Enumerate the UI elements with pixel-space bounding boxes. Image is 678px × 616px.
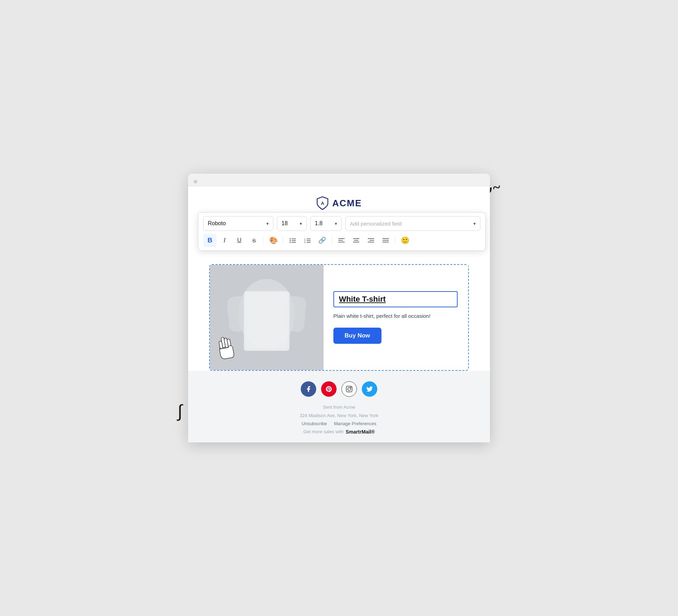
manage-preferences-link[interactable]: Manage Preferences bbox=[334, 421, 377, 426]
footer-address: 324 Madison Ave, New York, New York bbox=[195, 411, 483, 420]
toolbar-divider-4 bbox=[395, 236, 396, 245]
browser-dot bbox=[194, 180, 197, 183]
svg-text:A: A bbox=[321, 201, 324, 206]
emoji-button[interactable]: 🙂 bbox=[398, 234, 412, 247]
logo-wrapper: A ACME bbox=[316, 196, 362, 210]
svg-point-1 bbox=[290, 239, 291, 240]
product-info: White T-shirt Plain white t-shirt, perfe… bbox=[324, 265, 468, 370]
font-size-select[interactable]: 18 ▾ bbox=[277, 216, 307, 231]
footer-text: Sent from Acme 324 Madison Ave, New York… bbox=[195, 403, 483, 420]
page-wrapper: ~∿~ ∫ A ACME Home New Additions bbox=[188, 174, 490, 442]
font-size-arrow: ▾ bbox=[300, 221, 302, 226]
color-button[interactable]: 🎨 bbox=[267, 234, 280, 247]
line-height-arrow: ▾ bbox=[335, 221, 337, 226]
bullet-list-button[interactable] bbox=[286, 234, 299, 247]
numbered-list-button[interactable]: 1.2.3. bbox=[301, 234, 314, 247]
email-container: A ACME Home New Additions Clearance Abou… bbox=[188, 186, 490, 442]
svg-point-3 bbox=[290, 240, 291, 241]
browser-chrome bbox=[188, 174, 490, 186]
product-title-box: White T-shirt bbox=[333, 291, 458, 307]
squiggle-decoration-bottom: ∫ bbox=[178, 401, 182, 421]
line-height-value: 1.8 bbox=[315, 220, 323, 227]
selection-wrapper: Roboto ▾ 18 ▾ 1.8 ▾ Add personalized f bbox=[199, 236, 479, 371]
content-area: White T-shirt Plain white t-shirt, perfe… bbox=[210, 265, 468, 370]
underline-button[interactable]: U bbox=[233, 234, 246, 247]
smartrmail-brand: SmartrMail® bbox=[346, 429, 375, 435]
product-image bbox=[210, 265, 324, 370]
font-family-value: Roboto bbox=[208, 220, 226, 227]
toolbar-divider-1 bbox=[264, 236, 264, 245]
svg-rect-35 bbox=[346, 386, 352, 392]
toolbar: Roboto ▾ 18 ▾ 1.8 ▾ Add personalized f bbox=[198, 212, 486, 251]
font-family-select[interactable]: Roboto ▾ bbox=[203, 216, 273, 231]
svg-point-37 bbox=[351, 387, 351, 388]
svg-rect-30 bbox=[244, 291, 290, 351]
email-footer: Sent from Acme 324 Madison Ave, New York… bbox=[188, 371, 490, 442]
buy-now-button[interactable]: Buy Now bbox=[333, 328, 381, 344]
line-height-select[interactable]: 1.8 ▾ bbox=[310, 216, 342, 231]
browser-window: A ACME Home New Additions Clearance Abou… bbox=[188, 174, 490, 442]
toolbar-divider-3 bbox=[332, 236, 332, 245]
footer-links: Unsubscribe Manage Preferences bbox=[195, 421, 483, 426]
align-right-button[interactable] bbox=[364, 234, 378, 247]
toolbar-row-2: B I U S 🎨 1.2.3. 🔗 bbox=[203, 234, 480, 247]
logo-text: ACME bbox=[332, 198, 362, 209]
font-family-arrow: ▾ bbox=[266, 221, 269, 226]
personalized-field-select[interactable]: Add personalized field ▾ bbox=[345, 216, 480, 231]
toolbar-divider-2 bbox=[283, 236, 283, 245]
unsubscribe-link[interactable]: Unsubscribe bbox=[302, 421, 327, 426]
justify-button[interactable] bbox=[379, 234, 392, 247]
social-icons bbox=[195, 381, 483, 397]
twitter-icon[interactable] bbox=[362, 381, 377, 397]
svg-point-5 bbox=[290, 242, 291, 243]
more-sales-text: Get more sales with bbox=[303, 429, 344, 434]
selection-area: White T-shirt Plain white t-shirt, perfe… bbox=[209, 264, 469, 371]
svg-text:3.: 3. bbox=[304, 241, 306, 243]
font-size-value: 18 bbox=[281, 220, 288, 227]
logo-shield-icon: A bbox=[316, 196, 329, 210]
bold-button[interactable]: B bbox=[203, 234, 217, 247]
smartrmail-footer: Get more sales with SmartrMail® bbox=[195, 429, 483, 435]
toolbar-row-1: Roboto ▾ 18 ▾ 1.8 ▾ Add personalized f bbox=[203, 216, 480, 231]
link-button[interactable]: 🔗 bbox=[315, 234, 329, 247]
svg-point-36 bbox=[348, 388, 351, 390]
instagram-icon[interactable] bbox=[341, 381, 357, 397]
personalized-arrow: ▾ bbox=[473, 221, 476, 226]
italic-button[interactable]: I bbox=[218, 234, 231, 247]
sent-from: Sent from Acme bbox=[195, 403, 483, 411]
align-center-button[interactable] bbox=[350, 234, 363, 247]
facebook-icon[interactable] bbox=[301, 381, 316, 397]
pinterest-icon[interactable] bbox=[321, 381, 337, 397]
strikethrough-button[interactable]: S bbox=[247, 234, 261, 247]
product-title: White T-shirt bbox=[339, 295, 386, 303]
align-left-button[interactable] bbox=[335, 234, 348, 247]
personalized-placeholder: Add personalized field bbox=[350, 221, 402, 227]
product-description: Plain white t-shirt, perfect for all occ… bbox=[333, 312, 458, 320]
